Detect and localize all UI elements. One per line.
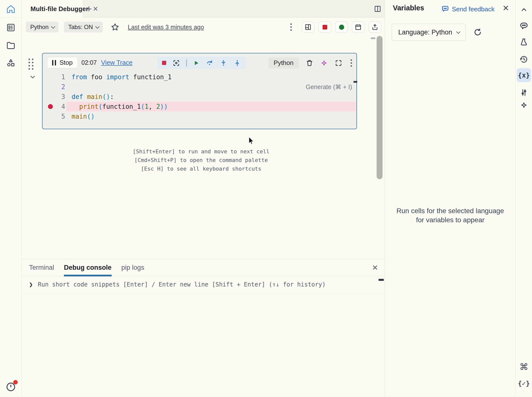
braces-check-icon[interactable]: {✓} [516,380,532,387]
notebook-scrollbar[interactable] [377,36,383,179]
comments-icon[interactable] [516,21,532,31]
list-icon[interactable] [0,23,22,32]
home-icon[interactable] [0,4,22,14]
code-text[interactable]: main() [66,111,356,121]
line-gutter[interactable]: 2 [43,83,66,91]
tab-debug-console[interactable]: Debug console [64,259,112,276]
line-number: 3 [43,93,66,100]
tab-close-icon[interactable]: ✕ [92,5,99,13]
bottom-panel-close-icon[interactable]: ✕ [372,263,378,272]
chevron-up-icon[interactable] [516,6,532,13]
variables-glyph: {x} [518,71,530,79]
variables-icon[interactable]: {x} [516,71,532,79]
code-token: ( [99,103,103,110]
step-into-icon[interactable] [220,59,227,67]
stop-machine-button[interactable] [318,21,331,33]
share-button[interactable] [369,21,381,33]
cell-language-pill[interactable]: Python [268,57,299,69]
shapes-icon[interactable] [0,58,22,67]
timer-icon[interactable] [0,381,22,392]
flask-icon[interactable] [516,37,532,47]
split-view-icon[interactable] [374,5,382,13]
cell-drag-handle[interactable] [29,59,34,70]
debug-console-prompt-row[interactable]: ❯ Run short code snippets [Enter] / Ente… [22,276,385,294]
code-text[interactable]: from foo import function_1 [66,72,356,82]
step-out-icon[interactable] [234,59,241,67]
schedule-button[interactable] [352,21,365,33]
code-text[interactable]: print(function_1(1, 2)) [66,102,356,111]
code-token: main [87,93,103,100]
fullscreen-icon[interactable] [335,59,342,67]
focus-scan-icon[interactable] [173,59,180,67]
prompt-chevron: ❯ [29,281,33,288]
chevron-down-icon [456,30,460,34]
right-icon-strip: {x} ⌘ {✓} [515,0,532,397]
step-over-icon[interactable] [206,59,213,67]
cell-timer: 02:07 [81,59,97,66]
stop-debug-button[interactable]: Stop [47,57,78,68]
bottom-panel-tabs: Terminal Debug console pip logs [22,259,385,276]
language-dropdown-label: Python [30,24,49,31]
code-token: ( [141,103,145,110]
debug-stop-icon[interactable] [162,61,166,65]
debug-separator [186,60,187,66]
code-token: 2 [156,103,160,110]
code-text[interactable]: def main(): [66,92,356,102]
line-gutter[interactable]: 3 [43,93,66,100]
send-feedback-link[interactable]: Send feedback [441,5,494,13]
new-tab-button[interactable]: + [86,3,92,15]
debug-controls [157,57,246,69]
code-line[interactable]: 4 print(function_1(1, 2)) [43,102,356,111]
code-lines[interactable]: 1from foo import function_123def main():… [43,72,356,121]
breakpoint-dot[interactable] [48,104,53,109]
ai-sparkle-icon[interactable] [320,59,328,67]
variables-empty-message: Run cells for the selected language for … [385,206,516,224]
line-gutter[interactable]: 1 [43,73,66,81]
chevron-down-icon [95,24,99,29]
code-token: def [72,93,87,100]
left-sidebar [0,0,22,397]
machine-status-button[interactable] [335,21,348,33]
tabs-toggle-dropdown[interactable]: Tabs: ON [64,22,103,32]
variables-panel: Variables Send feedback ✕ Language: Pyth… [385,0,515,397]
variables-close-icon[interactable]: ✕ [502,3,509,13]
feedback-bubble-icon [441,5,449,13]
green-circle-icon [339,25,344,30]
code-line[interactable]: 3def main(): [43,92,356,102]
folder-icon[interactable] [0,41,22,50]
braces-check-glyph: {✓} [518,380,530,387]
last-edit-link[interactable]: Last edit was 3 minutes ago [128,24,204,31]
toolbar-kebab-menu[interactable] [289,22,293,32]
layout-grid-button[interactable] [302,21,314,33]
chevron-down-icon [51,24,55,29]
code-token: , [148,103,156,110]
line-gutter[interactable]: 5 [43,113,66,120]
code-line[interactable]: 1from foo import function_1 [43,72,356,82]
variables-language-selector[interactable]: Language: Python [392,24,466,41]
language-dropdown[interactable]: Python [26,22,59,32]
cell-collapse-chevron-icon[interactable] [29,73,36,81]
tab-pip-logs[interactable]: pip logs [121,259,144,276]
tab-terminal[interactable]: Terminal [29,259,54,276]
debug-continue-icon[interactable] [193,60,200,66]
star-icon[interactable] [111,23,119,32]
refresh-icon[interactable] [473,28,482,37]
line-gutter[interactable]: 4 [43,103,66,110]
code-token: )) [160,103,168,110]
generate-hint: Generate (⌘ + I) [306,83,352,91]
hint-line: [Cmd+Shift+P] to open the command palett… [22,156,381,164]
red-square-icon [323,25,327,30]
cell-kebab-menu[interactable] [349,58,354,68]
history-icon[interactable] [516,55,532,64]
view-trace-link[interactable]: View Trace [101,59,133,66]
command-icon[interactable]: ⌘ [516,362,532,372]
sliders-icon[interactable] [516,88,532,97]
code-token: from [72,73,87,81]
code-line[interactable]: 5main() [43,111,356,121]
code-token: function_1 [102,103,141,110]
console-input-placeholder[interactable]: Run short code snippets [Enter] / Enter … [38,281,325,288]
tab-multi-file-debugger[interactable]: Multi-file Debugger ✕ [22,0,83,18]
trash-icon[interactable] [306,59,313,67]
code-token: print [79,103,98,110]
sparkle-icon[interactable] [516,100,532,110]
